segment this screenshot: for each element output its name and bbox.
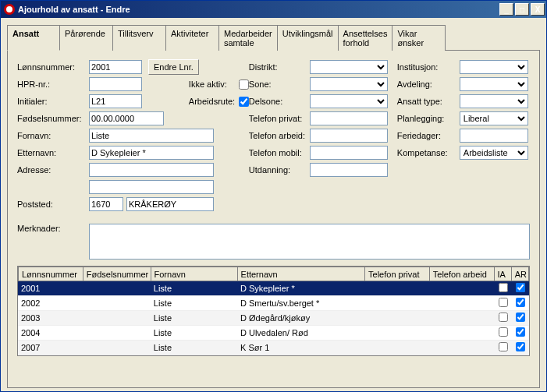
- textarea-merknader[interactable]: [89, 224, 530, 260]
- tab-label: Utviklingsmål: [282, 29, 333, 38]
- checkbox-arbeidsrute[interactable]: [239, 97, 249, 107]
- label-planlegging: Planlegging:: [397, 114, 460, 123]
- input-postnr[interactable]: [89, 197, 123, 211]
- label-ansatt-type: Ansatt type:: [397, 97, 460, 106]
- window-title: Ajourhold av ansatt - Endre: [18, 5, 499, 14]
- input-telefon-privat[interactable]: [310, 111, 388, 125]
- label-etternavn: Etternavn:: [17, 148, 89, 157]
- label-adresse: Adresse:: [17, 165, 89, 175]
- select-ansatt-type[interactable]: [460, 94, 528, 108]
- select-planlegging[interactable]: Liberal: [460, 111, 528, 125]
- input-adresse2[interactable]: [89, 180, 214, 194]
- label-merknader: Merknader:: [17, 224, 89, 260]
- table-row[interactable]: 2001ListeD Sykepleier *: [18, 281, 529, 296]
- grid-header-row: Lønnsnummer Fødselsnummer Fornavn Ettern…: [19, 267, 529, 281]
- tab-label: Medarbeider samtale: [224, 29, 272, 48]
- checkbox-ia[interactable]: [499, 313, 508, 322]
- grid-scroll[interactable]: 2001ListeD Sykepleier *2002ListeD Smertu…: [18, 281, 529, 355]
- label-kompetanse: Kompetanse:: [397, 148, 460, 157]
- checkbox-ar[interactable]: [516, 283, 525, 292]
- checkbox-ar[interactable]: [516, 342, 525, 351]
- label-telefon-privat: Telefon privat:: [249, 114, 310, 123]
- employee-grid: Lønnsnummer Fødselsnummer Fornavn Ettern…: [17, 266, 530, 356]
- checkbox-ia[interactable]: [499, 298, 508, 307]
- col-ia[interactable]: IA: [494, 267, 511, 281]
- checkbox-ia[interactable]: [499, 283, 508, 292]
- titlebar: Ajourhold av ansatt - Endre _ □ X: [1, 1, 546, 18]
- button-endre-lnr[interactable]: Endre Lnr.: [148, 59, 199, 75]
- input-poststed[interactable]: [126, 197, 214, 211]
- tab-utviklingsmal[interactable]: Utviklingsmål: [278, 25, 339, 51]
- label-ikke-aktiv: Ikke aktiv:: [189, 79, 239, 89]
- label-initialer: Initialer:: [17, 97, 89, 106]
- table-row[interactable]: 2003ListeD Ødegård/kjøkøy: [18, 311, 529, 326]
- tab-label: Ansatt: [12, 29, 39, 38]
- input-fornavn[interactable]: [89, 129, 214, 143]
- tab-label: Pårørende: [65, 29, 105, 38]
- select-distrikt[interactable]: [310, 60, 388, 74]
- app-window: Ajourhold av ansatt - Endre _ □ X Ansatt…: [0, 0, 547, 392]
- label-arbeidsrute: Arbeidsrute:: [189, 97, 239, 106]
- tab-ansettelsesforhold[interactable]: Ansettelses forhold: [339, 25, 393, 51]
- input-telefon-arbeid[interactable]: [310, 129, 388, 143]
- tab-label: Vikar ønsker: [397, 29, 424, 48]
- label-poststed: Poststed:: [17, 200, 89, 209]
- label-sone: Sone:: [249, 79, 310, 89]
- select-institusjon[interactable]: [460, 60, 528, 74]
- tab-parorende[interactable]: Pårørende: [60, 25, 113, 51]
- label-institusjon: Institusjon:: [397, 62, 460, 72]
- label-utdanning: Utdanning:: [249, 165, 310, 175]
- col-lonnsnummer[interactable]: Lønnsnummer: [19, 267, 83, 281]
- col-etternavn[interactable]: Etternavn: [237, 267, 365, 281]
- col-fodselsnummer[interactable]: Fødselsnummer: [83, 267, 151, 281]
- input-lonnsnummer[interactable]: [89, 60, 142, 74]
- col-telefon-arbeid[interactable]: Telefon arbeid: [429, 267, 494, 281]
- checkbox-ar[interactable]: [516, 313, 525, 322]
- select-kompetanse[interactable]: Arbeidsliste: [460, 146, 528, 160]
- tabstrip: Ansatt Pårørende Tillitsverv Aktiviteter…: [7, 24, 540, 50]
- tab-tillitsverv[interactable]: Tillitsverv: [113, 25, 166, 51]
- tab-label: Aktiviteter: [171, 29, 208, 38]
- label-feriedager: Feriedager:: [397, 131, 460, 140]
- label-lonnsnummer: Lønnsnummer:: [17, 62, 89, 72]
- label-delsone: Delsone:: [249, 97, 310, 106]
- select-sone[interactable]: [310, 77, 388, 91]
- col-fornavn[interactable]: Fornavn: [151, 267, 237, 281]
- input-feriedager[interactable]: [460, 129, 528, 143]
- col-telefon-privat[interactable]: Telefon privat: [365, 267, 430, 281]
- input-telefon-mobil[interactable]: [310, 146, 388, 160]
- tab-ansatt[interactable]: Ansatt: [7, 25, 60, 51]
- table-row[interactable]: 2004ListeD Ulvedalen/ Rød: [18, 326, 529, 341]
- label-telefon-mobil: Telefon mobil:: [249, 148, 310, 157]
- select-avdeling[interactable]: [460, 77, 528, 91]
- label-avdeling: Avdeling:: [397, 79, 460, 89]
- col-ar[interactable]: AR: [511, 267, 528, 281]
- maximize-button[interactable]: □: [515, 3, 529, 16]
- input-utdanning[interactable]: [310, 163, 388, 177]
- checkbox-ar[interactable]: [516, 298, 525, 307]
- label-fodselsnummer: Fødselsnummer:: [17, 114, 89, 123]
- input-adresse1[interactable]: [89, 163, 214, 177]
- tab-label: Tillitsverv: [118, 29, 153, 38]
- tab-aktiviteter[interactable]: Aktiviteter: [166, 25, 219, 51]
- checkbox-ia[interactable]: [499, 342, 508, 351]
- input-hprnr[interactable]: [89, 77, 142, 91]
- checkbox-ikke-aktiv[interactable]: [239, 79, 249, 90]
- input-etternavn[interactable]: [89, 146, 214, 160]
- table-row[interactable]: 2002ListeD Smertu/sv.berget *: [18, 296, 529, 311]
- input-initialer[interactable]: [89, 94, 142, 108]
- tab-panel-ansatt: Lønnsnummer: Endre Lnr. HPR-nr.: Ikke ak…: [7, 50, 540, 388]
- minimize-button[interactable]: _: [499, 3, 513, 16]
- label-hprnr: HPR-nr.:: [17, 79, 89, 89]
- checkbox-ia[interactable]: [499, 327, 508, 337]
- checkbox-ar[interactable]: [516, 327, 525, 337]
- input-fodselsnummer[interactable]: [89, 111, 164, 125]
- select-delsone[interactable]: [310, 94, 388, 108]
- close-button[interactable]: X: [531, 3, 545, 16]
- app-icon: [4, 4, 15, 15]
- table-row[interactable]: 2007ListeK Sør 1: [18, 341, 529, 355]
- tab-medarbeidersamtale[interactable]: Medarbeider samtale: [219, 25, 278, 51]
- tab-vikaronsker[interactable]: Vikar ønsker: [392, 25, 446, 51]
- label-fornavn: Fornavn:: [17, 131, 89, 140]
- tab-label: Ansettelses forhold: [343, 29, 388, 48]
